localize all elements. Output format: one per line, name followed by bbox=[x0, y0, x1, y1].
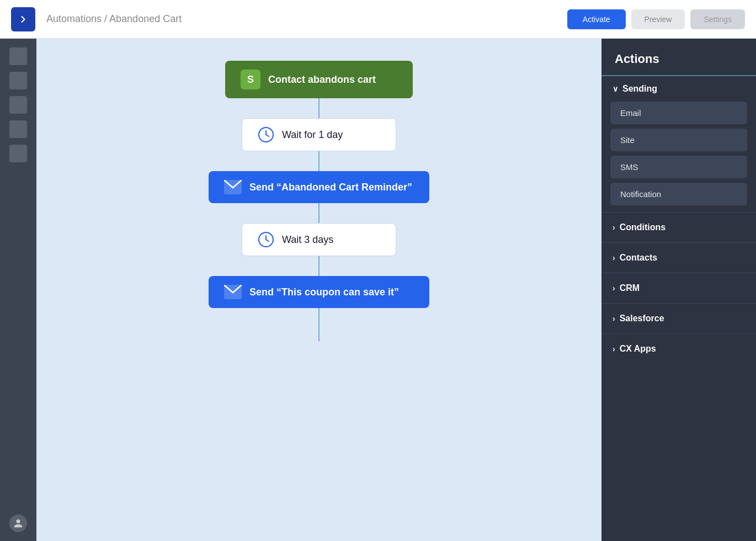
envelope-icon-2 bbox=[224, 285, 242, 299]
connector-line-2 bbox=[318, 151, 320, 171]
sidebar-icon-3[interactable] bbox=[9, 96, 27, 114]
envelope-icon-1 bbox=[224, 180, 242, 194]
conditions-label: Conditions bbox=[620, 222, 666, 232]
contacts-label: Contacts bbox=[620, 253, 657, 263]
sidebar-icon-1[interactable] bbox=[9, 47, 27, 65]
sidebar-icon-2[interactable] bbox=[9, 72, 27, 89]
wait-node-2[interactable]: Wait 3 days bbox=[242, 223, 396, 256]
user-avatar[interactable] bbox=[9, 515, 27, 532]
shopify-icon: S bbox=[241, 70, 260, 89]
sidebar-icon-5[interactable] bbox=[9, 145, 27, 162]
send-label-2: Send “This coupon can save it” bbox=[249, 287, 399, 298]
svg-line-2 bbox=[266, 135, 269, 136]
main-layout: S Contact abandons cart Wait for 1 day bbox=[0, 39, 756, 541]
divider-2 bbox=[601, 242, 756, 243]
connector-line-4 bbox=[318, 256, 320, 276]
clock-icon-1 bbox=[258, 126, 274, 143]
contacts-section[interactable]: › Contacts bbox=[601, 245, 756, 270]
breadcrumb: Automations / Abandoned Cart bbox=[46, 13, 567, 25]
flow-node-trigger: S Contact abandons cart bbox=[225, 61, 413, 118]
send-node-1[interactable]: Send “Abandoned Cart Reminder” bbox=[209, 171, 429, 203]
settings-button[interactable]: Settings bbox=[690, 9, 745, 29]
right-panel: Actions ∨ Sending Email Site SMS Notific… bbox=[601, 39, 756, 541]
notification-item[interactable]: Notification bbox=[610, 183, 747, 205]
sidebar-toggle-button[interactable] bbox=[11, 7, 35, 31]
salesforce-section[interactable]: › Salesforce bbox=[601, 306, 756, 331]
cxapps-section[interactable]: › CX Apps bbox=[601, 336, 756, 362]
breadcrumb-page: Abandoned Cart bbox=[109, 13, 182, 24]
crm-section[interactable]: › CRM bbox=[601, 275, 756, 301]
salesforce-chevron: › bbox=[613, 314, 615, 323]
automation-canvas: S Contact abandons cart Wait for 1 day bbox=[36, 39, 601, 541]
connector-line-1 bbox=[318, 98, 320, 118]
sending-section-header[interactable]: ∨ Sending bbox=[601, 76, 756, 102]
divider-3 bbox=[601, 273, 756, 273]
send-label-1: Send “Abandoned Cart Reminder” bbox=[249, 182, 412, 193]
flow-node-send1: Send “Abandoned Cart Reminder” bbox=[209, 171, 429, 223]
divider-5 bbox=[601, 333, 756, 334]
wait-node-1[interactable]: Wait for 1 day bbox=[242, 118, 396, 151]
topbar-actions: Activate Preview Settings bbox=[567, 9, 745, 29]
trigger-label: Contact abandons cart bbox=[268, 74, 376, 86]
flow-node-wait2: Wait 3 days bbox=[242, 223, 396, 276]
divider-4 bbox=[601, 303, 756, 304]
email-item[interactable]: Email bbox=[610, 102, 747, 124]
conditions-section[interactable]: › Conditions bbox=[601, 215, 756, 240]
connector-line-3 bbox=[318, 203, 320, 223]
sidebar-icon-4[interactable] bbox=[9, 120, 27, 138]
cxapps-chevron: › bbox=[613, 344, 615, 353]
flow-container: S Contact abandons cart Wait for 1 day bbox=[209, 61, 429, 341]
salesforce-label: Salesforce bbox=[620, 314, 664, 323]
wait-label-2: Wait 3 days bbox=[282, 234, 333, 246]
sms-item[interactable]: SMS bbox=[610, 156, 747, 178]
flow-node-wait1: Wait for 1 day bbox=[242, 118, 396, 171]
topbar: Automations / Abandoned Cart Activate Pr… bbox=[0, 0, 756, 39]
crm-chevron: › bbox=[613, 284, 615, 293]
activate-button[interactable]: Activate bbox=[567, 9, 626, 29]
contacts-chevron: › bbox=[613, 253, 615, 262]
sending-chevron-down: ∨ bbox=[613, 84, 618, 93]
site-item[interactable]: Site bbox=[610, 129, 747, 151]
sending-section-label: Sending bbox=[622, 84, 657, 94]
svg-line-6 bbox=[266, 240, 269, 241]
trigger-node[interactable]: S Contact abandons cart bbox=[225, 61, 413, 98]
preview-button[interactable]: Preview bbox=[631, 9, 685, 29]
clock-icon-2 bbox=[258, 231, 274, 248]
breadcrumb-separator: / bbox=[102, 13, 109, 24]
crm-label: CRM bbox=[620, 283, 640, 293]
divider-1 bbox=[601, 212, 756, 213]
wait-label-1: Wait for 1 day bbox=[282, 129, 343, 141]
conditions-chevron: › bbox=[613, 223, 615, 232]
connector-line-5 bbox=[318, 308, 320, 341]
send-node-2[interactable]: Send “This coupon can save it” bbox=[209, 276, 429, 308]
flow-node-send2: Send “This coupon can save it” bbox=[209, 276, 429, 341]
sending-items: Email Site SMS Notification bbox=[601, 102, 756, 210]
cxapps-label: CX Apps bbox=[620, 344, 656, 354]
panel-title: Actions bbox=[601, 39, 756, 76]
breadcrumb-root[interactable]: Automations bbox=[46, 13, 102, 24]
left-sidebar bbox=[0, 39, 36, 541]
